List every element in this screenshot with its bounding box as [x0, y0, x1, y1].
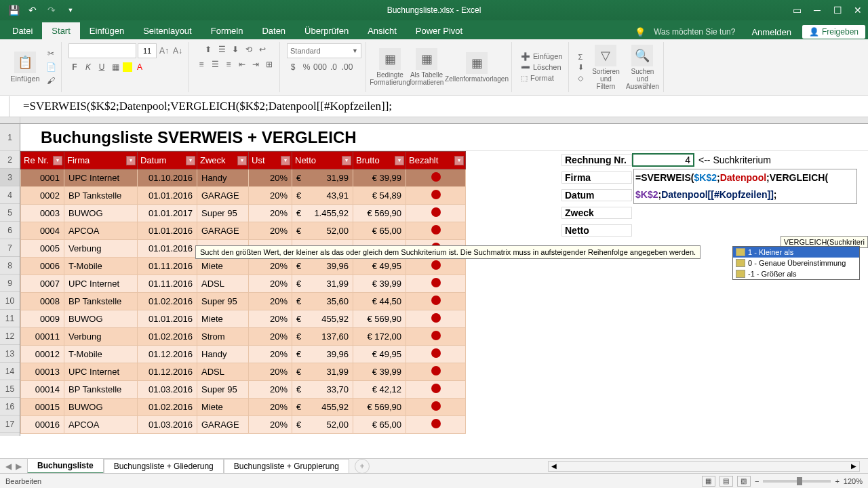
italic-button[interactable]: K — [82, 61, 94, 73]
freigeben-button[interactable]: 👤Freigeben — [802, 25, 865, 39]
zoom-level[interactable]: 120% — [844, 477, 863, 485]
merge-icon[interactable]: ⊞ — [263, 58, 275, 70]
tab-formeln[interactable]: Formeln — [201, 22, 253, 39]
filter-icon[interactable]: ▾ — [186, 156, 195, 165]
border-icon[interactable]: ▦ — [109, 61, 121, 73]
table-row[interactable]: 00011Verbung01.02.2016Strom20%€137,60€ 1… — [21, 328, 466, 346]
filter-icon[interactable]: ▾ — [126, 156, 136, 165]
font-size-input[interactable] — [138, 43, 157, 58]
th-firma[interactable]: Firma▾ — [64, 152, 138, 169]
table-row[interactable]: 0003BUWOG01.01.2017Super 9520%€1.455,92€… — [21, 205, 466, 222]
prev-sheet-icon[interactable]: ◀ — [5, 462, 12, 471]
zoom-slider[interactable] — [763, 480, 831, 483]
page-layout-icon[interactable]: ▤ — [719, 476, 733, 487]
conditional-formatting-button[interactable]: ▦Bedingte Formatierung — [373, 47, 407, 87]
normal-view-icon[interactable]: ▦ — [702, 476, 715, 487]
formula-input[interactable]: =SVERWEIS($K$2;Datenpool;VERGLEICH($K$2;… — [9, 100, 868, 113]
decrease-font-icon[interactable]: A↓ — [172, 45, 184, 57]
autocomplete-item[interactable]: -1 - Größer als — [733, 268, 859, 279]
cut-icon[interactable]: ✂ — [45, 47, 57, 60]
th-nr[interactable]: Re Nr.▾ — [21, 152, 64, 169]
th-zweck[interactable]: Zweck▾ — [197, 152, 249, 169]
table-row[interactable]: 00013UPC Internet01.12.2016ADSL20%€31,99… — [21, 363, 466, 381]
horizontal-scrollbar[interactable]: ◀▶ — [548, 461, 860, 472]
tab-seitenlayout[interactable]: Seitenlayout — [134, 22, 201, 39]
chevron-down-icon[interactable]: ▼ — [64, 3, 77, 17]
find-select-button[interactable]: 🔍Suchen und Auswählen — [625, 43, 659, 92]
tab-powerpivot[interactable]: Power Pivot — [406, 22, 472, 39]
wrap-text-icon[interactable]: ↩ — [256, 43, 269, 56]
th-brutto[interactable]: Brutto▾ — [353, 152, 406, 169]
tab-ansicht[interactable]: Ansicht — [358, 22, 406, 39]
table-row[interactable]: 0009BUWOG01.01.2016Miete20%€455,92€ 569,… — [21, 310, 466, 328]
page-break-icon[interactable]: ▧ — [737, 476, 751, 487]
th-netto[interactable]: Netto▾ — [292, 152, 353, 169]
autocomplete-item[interactable]: 0 - Genaue Übereinstimmung — [733, 258, 859, 268]
table-row[interactable]: 00014BP Tankstelle01.03.2016Super 9520%€… — [21, 381, 466, 399]
row-header[interactable]: 4 — [0, 186, 20, 204]
sheet-tab[interactable]: Buchungsliste + Gliederung — [104, 459, 224, 473]
row-header[interactable]: 6 — [0, 222, 20, 239]
clear-button[interactable]: ◇ — [576, 73, 586, 83]
table-row[interactable]: 00012T-Mobile01.12.2016Handy20%€39,96€ 4… — [21, 346, 466, 363]
fill-button[interactable]: ⬇ — [576, 62, 586, 73]
scroll-right-icon[interactable]: ▶ — [848, 462, 859, 470]
row-header[interactable]: 8 — [0, 257, 20, 274]
th-datum[interactable]: Datum▾ — [138, 152, 197, 169]
indent-dec-icon[interactable]: ⇤ — [236, 58, 248, 70]
decimal-inc-icon[interactable]: .0 — [328, 61, 340, 73]
font-color-icon[interactable]: A — [134, 61, 146, 73]
row-header[interactable]: 17 — [0, 415, 20, 433]
comma-icon[interactable]: 000 — [314, 61, 326, 73]
filter-icon[interactable]: ▾ — [454, 156, 464, 165]
row-header[interactable]: 3 — [0, 169, 20, 186]
paste-button[interactable]: 📋Einfügen — [8, 50, 42, 84]
format-painter-icon[interactable]: 🖌 — [45, 75, 57, 87]
maximize-icon[interactable]: ☐ — [827, 0, 848, 20]
filter-icon[interactable]: ▾ — [342, 156, 351, 165]
row-header[interactable]: 15 — [0, 380, 20, 398]
format-cells-button[interactable]: ⬚Format — [519, 73, 564, 83]
format-as-table-button[interactable]: ▦Als Tabelle formatieren — [410, 47, 443, 87]
table-row[interactable]: 0008BP Tankstelle01.02.2016Super 9520%€3… — [21, 293, 466, 310]
underline-button[interactable]: U — [96, 61, 108, 73]
row-header[interactable]: 9 — [0, 274, 20, 292]
tab-start[interactable]: Start — [42, 22, 79, 39]
decimal-dec-icon[interactable]: .00 — [341, 61, 353, 73]
insert-cells-button[interactable]: ➕Einfügen — [519, 52, 564, 62]
row-header[interactable]: 10 — [0, 292, 20, 310]
copy-icon[interactable]: 📄 — [45, 61, 57, 73]
tab-einfuegen[interactable]: Einfügen — [80, 22, 134, 39]
sheet-tab[interactable]: Buchungsliste — [27, 458, 104, 474]
close-icon[interactable]: ✕ — [848, 0, 868, 20]
increase-font-icon[interactable]: A↑ — [158, 45, 170, 57]
next-sheet-icon[interactable]: ▶ — [16, 462, 22, 471]
filter-icon[interactable]: ▾ — [237, 156, 247, 165]
sort-filter-button[interactable]: ▽Sortieren und Filtern — [589, 43, 623, 92]
autocomplete-item[interactable]: 1 - Kleiner als — [733, 247, 859, 258]
table-row[interactable]: 00015BUWOG01.02.2016Miete20%€455,92€ 569… — [21, 399, 466, 416]
tell-me-input[interactable]: Was möchten Sie tun? — [648, 24, 741, 39]
th-bezahlt[interactable]: Bezahlt▾ — [406, 152, 466, 169]
row-header[interactable]: 7 — [0, 239, 20, 257]
table-row[interactable]: 0007UPC Internet01.11.2016ADSL20%€31,99€… — [21, 275, 466, 293]
zoom-out-icon[interactable]: − — [755, 477, 759, 485]
redo-icon[interactable]: ↷ — [45, 3, 58, 17]
table-row[interactable]: 00016APCOA01.03.2016GARAGE20%€52,00€ 65,… — [21, 416, 466, 434]
tab-datei[interactable]: Datei — [3, 22, 42, 39]
font-name-input[interactable] — [68, 43, 136, 58]
ribbon-options-icon[interactable]: ▭ — [787, 0, 807, 20]
sheet-tab[interactable]: Buchungsliste + Gruppierung — [224, 459, 349, 473]
row-header[interactable]: 16 — [0, 398, 20, 415]
bold-button[interactable]: F — [68, 61, 81, 73]
undo-icon[interactable]: ↶ — [26, 3, 39, 17]
orientation-icon[interactable]: ⟲ — [243, 43, 255, 56]
align-center-icon[interactable]: ☰ — [209, 58, 221, 70]
align-left-icon[interactable]: ≡ — [195, 58, 208, 70]
filter-icon[interactable]: ▾ — [395, 156, 404, 165]
delete-cells-button[interactable]: ➖Löschen — [519, 62, 564, 73]
row-header[interactable]: 14 — [0, 363, 20, 380]
table-row[interactable]: 0001UPC Internet01.10.2016Handy20%€31,99… — [21, 169, 466, 187]
table-row[interactable]: 0006T-Mobile01.11.2016Miete20%€39,96€ 49… — [21, 258, 466, 275]
row-header[interactable]: 13 — [0, 345, 20, 363]
